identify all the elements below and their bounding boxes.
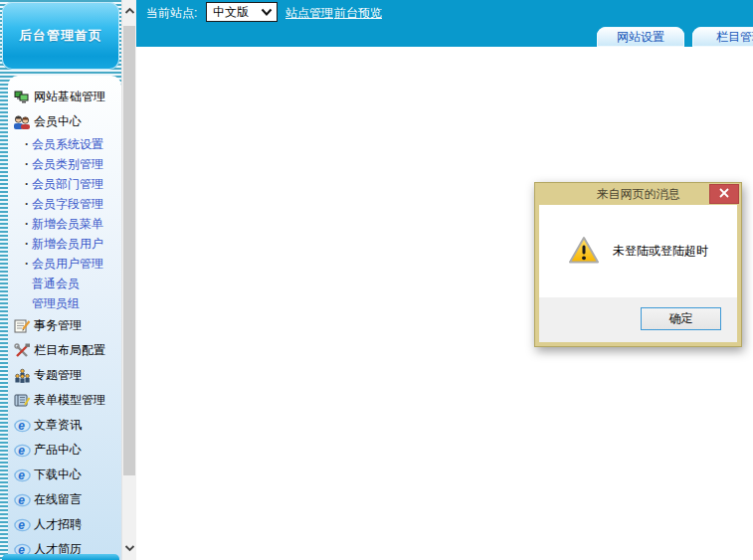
- bullet-icon: ·: [25, 177, 29, 191]
- sidebar-item-label: 栏目布局配置: [34, 342, 105, 359]
- chevron-up-icon: [124, 4, 135, 18]
- sidebar-item-label: 管理员组: [32, 295, 80, 312]
- sidebar-item-label: 人才招聘: [34, 516, 82, 533]
- svg-text:e: e: [18, 493, 25, 507]
- sidebar-item-label: 表单模型管理: [34, 392, 105, 409]
- alert-dialog: 来自网页的消息 未登陆或登陆超时 确: [534, 182, 742, 347]
- sidebar-item-label: 网站基础管理: [34, 89, 105, 105]
- ok-button[interactable]: 确定: [641, 307, 721, 330]
- bullet-icon: ·: [25, 257, 29, 271]
- sidebar-item-articles[interactable]: e 文章资讯: [8, 413, 121, 438]
- select-chevron-icon: [261, 5, 273, 19]
- site-select[interactable]: 中文版: [206, 2, 278, 22]
- dialog-message: 未登陆或登陆超时: [613, 243, 708, 260]
- svg-text:e: e: [18, 468, 25, 482]
- current-site-label: 当前站点:: [146, 5, 197, 22]
- sidebar-menu: 网站基础管理 会员中心 · 会员系统设置 · 会员类别管理: [8, 76, 121, 560]
- sidebar-item-label: 会员中心: [34, 113, 82, 130]
- sidebar-item-member-center[interactable]: 会员中心: [8, 109, 121, 134]
- dialog-body: 未登陆或登陆超时: [539, 205, 737, 297]
- sidebar-item-affairs[interactable]: 事务管理: [8, 313, 121, 338]
- tab-column-manage[interactable]: 栏目管理: [692, 27, 753, 47]
- sidebar-item-new-member-menu[interactable]: · 新增会员菜单: [8, 214, 121, 234]
- svg-text:e: e: [18, 518, 25, 532]
- sidebar-item-downloads[interactable]: e 下载中心: [8, 463, 121, 487]
- sidebar-item-member-category[interactable]: · 会员类别管理: [8, 154, 121, 174]
- bullet-icon: ·: [25, 217, 29, 231]
- ie-icon: e: [13, 418, 31, 434]
- tab-site-settings[interactable]: 网站设置: [597, 27, 684, 47]
- admin-home-button[interactable]: 后台管理首页: [2, 2, 119, 70]
- warning-icon: [568, 236, 600, 268]
- document-pen-icon: [13, 318, 31, 334]
- sidebar-item-guestbook[interactable]: e 在线留言: [8, 487, 121, 512]
- sidebar-item-label: 下载中心: [34, 467, 82, 483]
- ie-icon: e: [13, 492, 31, 508]
- scrollbar-thumb[interactable]: [123, 26, 135, 475]
- sidebar-item-jobs[interactable]: e 人才招聘: [8, 512, 121, 537]
- site-select-value: 中文版: [213, 4, 249, 21]
- sidebar-item-site-base[interactable]: 网站基础管理: [8, 85, 121, 109]
- sidebar-item-label: 在线留言: [34, 491, 82, 508]
- dialog-title: 来自网页的消息: [539, 183, 737, 205]
- ie-icon: e: [13, 517, 31, 533]
- sidebar-item-label: 新增会员菜单: [32, 216, 103, 233]
- sidebar-item-admin-group[interactable]: 管理员组: [8, 293, 121, 313]
- sidebar-item-products[interactable]: e 产品中心: [8, 438, 121, 463]
- bullet-icon: ·: [25, 237, 29, 251]
- sidebar-item-label: 产品中心: [34, 442, 82, 459]
- ie-icon: e: [13, 467, 31, 483]
- chevron-down-icon: [124, 541, 135, 555]
- sidebar-item-label: 会员字段管理: [32, 196, 103, 213]
- sidebar-item-new-member-user[interactable]: · 新增会员用户: [8, 234, 121, 254]
- sidebar-item-label: 会员类别管理: [32, 156, 103, 173]
- sidebar-item-member-system-settings[interactable]: · 会员系统设置: [8, 134, 121, 154]
- sidebar-bottom-block: [2, 554, 119, 560]
- sidebar-item-label: 专题管理: [34, 367, 82, 384]
- close-button[interactable]: [709, 184, 739, 204]
- sidebar-item-label: 会员用户管理: [32, 256, 103, 273]
- sidebar-item-label: 新增会员用户: [32, 236, 103, 253]
- sidebar-item-label: 会员系统设置: [32, 136, 103, 153]
- org-group-icon: [13, 368, 31, 384]
- svg-text:e: e: [18, 419, 25, 433]
- computers-icon: [13, 90, 31, 105]
- sidebar-item-normal-members[interactable]: 普通会员: [8, 274, 121, 293]
- sidebar-item-topics[interactable]: 专题管理: [8, 363, 121, 388]
- sidebar-item-label: 文章资讯: [34, 417, 82, 434]
- sidebar: 后台管理首页 网站基础管理: [0, 0, 121, 560]
- bullet-icon: ·: [25, 137, 29, 151]
- book-icon: [13, 393, 31, 409]
- sidebar-item-form-models[interactable]: 表单模型管理: [8, 388, 121, 413]
- close-icon: [718, 187, 730, 201]
- sidebar-item-member-department[interactable]: · 会员部门管理: [8, 174, 121, 194]
- sidebar-item-label: 普通会员: [32, 276, 80, 292]
- topbar: 当前站点: 中文版 站点管理 前台预览 网站设置 栏目管理: [136, 0, 753, 47]
- members-icon: [13, 114, 31, 130]
- scroll-down-button[interactable]: [122, 539, 137, 557]
- tools-icon: [13, 343, 31, 359]
- front-preview-link[interactable]: 前台预览: [334, 5, 382, 22]
- sidebar-item-member-user-manage[interactable]: · 会员用户管理: [8, 254, 121, 274]
- svg-text:e: e: [18, 444, 25, 458]
- sidebar-item-member-fields[interactable]: · 会员字段管理: [8, 194, 121, 214]
- bullet-icon: ·: [25, 157, 29, 171]
- bullet-icon: ·: [25, 197, 29, 211]
- dialog-footer: 确定: [539, 297, 737, 342]
- sidebar-item-label: 会员部门管理: [32, 176, 103, 193]
- site-manage-link[interactable]: 站点管理: [285, 5, 333, 22]
- sidebar-scrollbar[interactable]: [121, 0, 136, 560]
- scroll-up-button[interactable]: [122, 2, 137, 20]
- sidebar-item-label: 事务管理: [34, 317, 82, 334]
- sidebar-item-column-layout[interactable]: 栏目布局配置: [8, 338, 121, 363]
- ie-icon: e: [13, 443, 31, 459]
